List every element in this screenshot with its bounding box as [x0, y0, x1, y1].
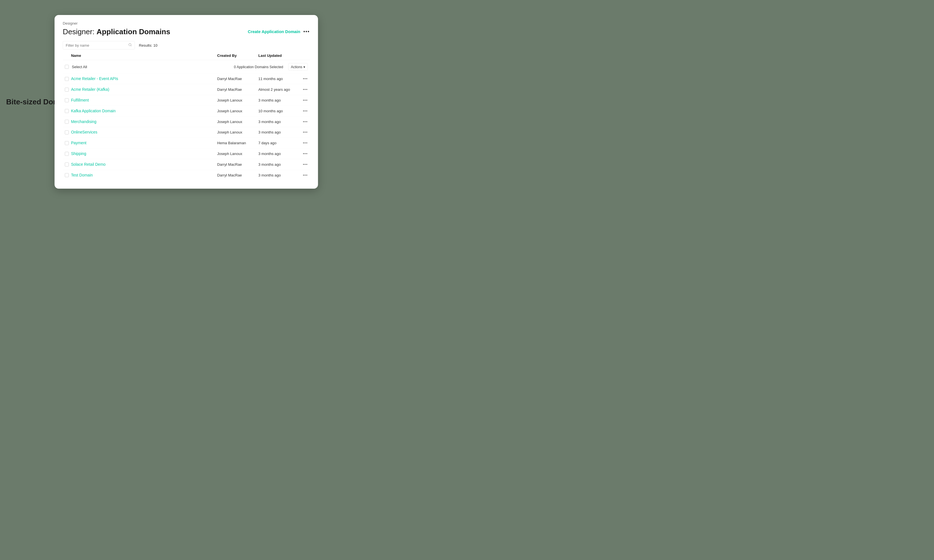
page-wrapper: Bite-sized Domains Designer Designer: Ap…: [0, 0, 340, 204]
row-name[interactable]: OnlineServices: [71, 130, 217, 135]
results-count: Results: 10: [139, 43, 157, 47]
header-actions: Create Application Domain •••: [248, 29, 310, 34]
table-row: Test Domain Darryl MacRae 3 months ago •…: [63, 170, 310, 180]
row-created-by: Darryl MacRae: [217, 162, 258, 166]
table-row: Kafka Application Domain Joseph Lanoux 1…: [63, 106, 310, 117]
row-created-by: Joseph Lanoux: [217, 98, 258, 102]
row-created-by: Joseph Lanoux: [217, 152, 258, 156]
svg-line-1: [131, 46, 131, 46]
select-all-right: 0 Application Domains Selected Actions ▾: [234, 63, 308, 70]
create-application-domain-button[interactable]: Create Application Domain: [248, 29, 300, 34]
row-created-by: Joseph Lanoux: [217, 130, 258, 134]
row-last-updated: 10 months ago: [258, 109, 299, 113]
table-row: OnlineServices Joseph Lanoux 3 months ag…: [63, 127, 310, 138]
table-row: Acme Retailer (Kafka) Darryl MacRae Almo…: [63, 84, 310, 95]
table-row: Acme Retailer - Event APIs Darryl MacRae…: [63, 74, 310, 84]
row-checkbox-5: [65, 131, 71, 134]
row-last-updated: 3 months ago: [258, 162, 299, 166]
row-checkbox-8: [65, 162, 71, 166]
row-select-checkbox[interactable]: [65, 109, 69, 113]
select-all-row: Select All 0 Application Domains Selecte…: [63, 60, 310, 74]
row-last-updated: 3 months ago: [258, 130, 299, 134]
row-select-checkbox[interactable]: [65, 120, 69, 124]
row-more-button[interactable]: •••: [299, 152, 308, 156]
row-last-updated: 3 months ago: [258, 173, 299, 177]
row-more-button[interactable]: •••: [299, 162, 308, 166]
row-checkbox-6: [65, 141, 71, 145]
table-row: Solace Retail Demo Darryl MacRae 3 month…: [63, 159, 310, 170]
row-checkbox-3: [65, 109, 71, 113]
row-last-updated: Almost 2 years ago: [258, 88, 299, 92]
search-box: [63, 41, 135, 49]
row-select-checkbox[interactable]: [65, 77, 69, 81]
row-more-button[interactable]: •••: [299, 173, 308, 177]
row-select-checkbox[interactable]: [65, 131, 69, 134]
search-icon: [128, 43, 132, 48]
main-card: Designer Designer: Application Domains C…: [55, 15, 318, 189]
search-input[interactable]: [66, 43, 128, 47]
select-all-left: Select All: [65, 65, 87, 69]
table-body: Acme Retailer - Event APIs Darryl MacRae…: [63, 74, 310, 180]
actions-button[interactable]: Actions ▾: [288, 63, 308, 70]
row-created-by: Joseph Lanoux: [217, 120, 258, 124]
table-row: Merchandising Joseph Lanoux 3 months ago…: [63, 116, 310, 127]
row-more-button[interactable]: •••: [299, 109, 308, 113]
row-more-button[interactable]: •••: [299, 130, 308, 134]
table-row: Payment Hema Balaraman 7 days ago •••: [63, 138, 310, 148]
row-last-updated: 7 days ago: [258, 141, 299, 145]
row-select-checkbox[interactable]: [65, 173, 69, 177]
row-name[interactable]: Merchandising: [71, 119, 217, 124]
row-name[interactable]: Payment: [71, 141, 217, 145]
row-created-by: Darryl MacRae: [217, 88, 258, 92]
row-checkbox-4: [65, 120, 71, 124]
table-row: Shipping Joseph Lanoux 3 months ago •••: [63, 148, 310, 159]
col-header-created-by: Created By: [217, 54, 258, 58]
breadcrumb: Designer: [63, 21, 310, 25]
row-more-button[interactable]: •••: [299, 141, 308, 145]
row-last-updated: 11 months ago: [258, 77, 299, 81]
row-last-updated: 3 months ago: [258, 152, 299, 156]
row-created-by: Joseph Lanoux: [217, 109, 258, 113]
row-name[interactable]: Acme Retailer - Event APIs: [71, 77, 217, 81]
row-name[interactable]: Kafka Application Domain: [71, 109, 217, 114]
more-options-button[interactable]: •••: [304, 29, 310, 34]
col-header-last-updated: Last Updated: [258, 54, 299, 58]
table-header: Name Created By Last Updated: [63, 54, 310, 60]
row-select-checkbox[interactable]: [65, 88, 69, 92]
row-name[interactable]: Acme Retailer (Kafka): [71, 88, 217, 92]
select-all-label: Select All: [72, 65, 87, 69]
row-select-checkbox[interactable]: [65, 98, 69, 102]
page-title: Designer: Application Domains: [63, 28, 170, 36]
row-last-updated: 3 months ago: [258, 98, 299, 102]
row-last-updated: 3 months ago: [258, 120, 299, 124]
selected-count-text: 0 Application Domains Selected: [234, 65, 285, 69]
row-name[interactable]: Shipping: [71, 152, 217, 156]
row-select-checkbox[interactable]: [65, 162, 69, 166]
toolbar: Results: 10: [63, 41, 310, 49]
row-created-by: Darryl MacRae: [217, 173, 258, 177]
row-created-by: Darryl MacRae: [217, 77, 258, 81]
row-name[interactable]: Fulfillment: [71, 98, 217, 103]
select-all-checkbox[interactable]: [65, 65, 69, 69]
row-name[interactable]: Solace Retail Demo: [71, 162, 217, 167]
col-header-name: Name: [71, 54, 217, 58]
row-more-button[interactable]: •••: [299, 120, 308, 124]
row-more-button[interactable]: •••: [299, 98, 308, 102]
row-select-checkbox[interactable]: [65, 152, 69, 156]
row-checkbox-9: [65, 173, 71, 177]
row-checkbox-7: [65, 152, 71, 156]
row-checkbox-1: [65, 88, 71, 92]
row-more-button[interactable]: •••: [299, 77, 308, 81]
row-checkbox-0: [65, 77, 71, 81]
row-name[interactable]: Test Domain: [71, 173, 217, 177]
page-header: Designer: Application Domains Create App…: [63, 28, 310, 36]
row-more-button[interactable]: •••: [299, 88, 308, 92]
table-row: Fulfillment Joseph Lanoux 3 months ago •…: [63, 95, 310, 106]
row-select-checkbox[interactable]: [65, 141, 69, 145]
row-created-by: Hema Balaraman: [217, 141, 258, 145]
row-checkbox-2: [65, 98, 71, 102]
